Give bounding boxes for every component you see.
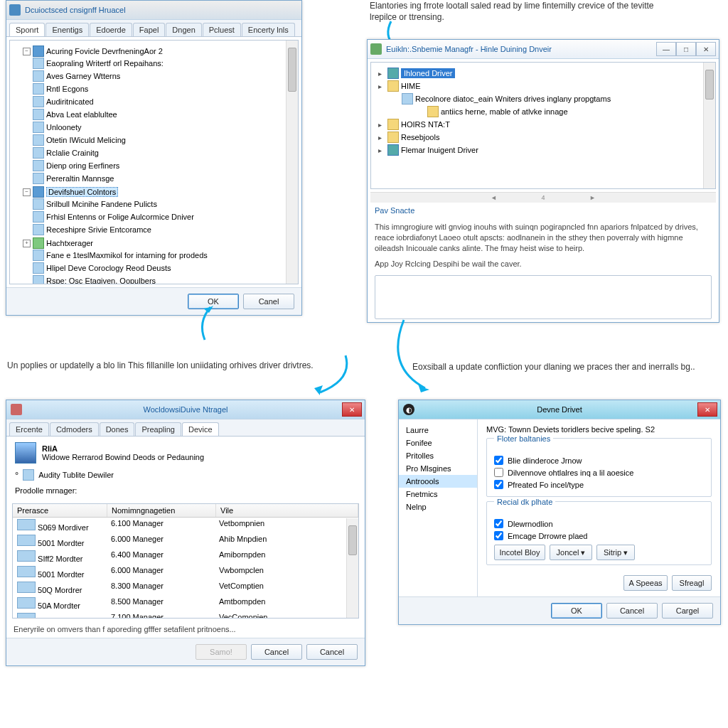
tree-item[interactable]: Otetin IWiculd Melicing bbox=[46, 136, 126, 144]
incotel-button[interactable]: Incotel Bloy bbox=[494, 545, 545, 560]
close-button[interactable]: ✕ bbox=[342, 402, 362, 417]
table-row[interactable]: 5001 Mordter6.000 ManagerVwbompclen bbox=[13, 564, 358, 580]
driver-icon bbox=[387, 144, 399, 156]
tab-ercente[interactable]: Ercente bbox=[9, 422, 49, 436]
row-icon bbox=[17, 566, 36, 577]
check-3[interactable]: Pfreated Fo incel/type bbox=[494, 480, 704, 489]
sitrip-dropdown[interactable]: Sitrip ▾ bbox=[596, 545, 635, 560]
tab-enentigs[interactable]: Enentigs bbox=[46, 23, 89, 36]
sfreagl-button[interactable]: Sfreagl bbox=[672, 575, 712, 591]
ok-button[interactable]: OK bbox=[188, 294, 239, 309]
tree-item[interactable]: Srilbull Mcinihe Fandene Pulicts bbox=[46, 200, 157, 208]
table-row[interactable]: 5010 Mordter7,100 ManagerVecComopien bbox=[13, 611, 358, 619]
tree-item[interactable]: Eaopraling Writertf orl Repaihans: bbox=[46, 59, 164, 68]
tree-item[interactable]: Audiritnicated bbox=[46, 97, 94, 106]
tree-view[interactable]: −Acuring Fovicle DevrfneningAor 2 Eaopra… bbox=[9, 40, 299, 284]
expand-toggle[interactable]: + bbox=[23, 240, 31, 247]
table-row[interactable]: 50Q Mordrer8.300 ManagerVetComptien bbox=[13, 580, 358, 596]
check-5[interactable]: Emcage Drrowre plaed bbox=[494, 531, 704, 540]
expand-arrow[interactable]: ▸ bbox=[378, 82, 385, 90]
driver-item[interactable]: Ihloned Driver bbox=[401, 68, 455, 78]
nav-antroools[interactable]: Antroools bbox=[399, 475, 477, 488]
driver-item[interactable]: Recolnore diatoc_eain Wniters drives ing… bbox=[415, 95, 611, 103]
expand-arrow[interactable]: ▸ bbox=[378, 70, 385, 77]
tree-item[interactable]: Rclalie Crainitg bbox=[46, 149, 99, 157]
titlebar[interactable]: Dcuioctsced cnsignff Hruacel bbox=[6, 1, 301, 20]
check-2[interactable]: Dilvennove ohtlalres inq a lil aoesice bbox=[494, 468, 704, 477]
close-button[interactable]: ✕ bbox=[696, 42, 716, 56]
driver-item[interactable]: antiics herne, mable of atlvke innage bbox=[441, 107, 568, 116]
tab-device[interactable]: Device bbox=[182, 422, 219, 436]
expand-arrow[interactable]: ▸ bbox=[378, 121, 385, 129]
tree-item[interactable]: Dienp oring Eerfiners bbox=[46, 161, 119, 170]
check-1[interactable]: Blie dlinderoce Jrnow bbox=[494, 456, 704, 465]
joncel-dropdown[interactable]: Joncel ▾ bbox=[550, 545, 592, 560]
expand-toggle[interactable]: − bbox=[23, 48, 31, 55]
minimize-button[interactable]: — bbox=[656, 42, 676, 56]
nav-laurre[interactable]: Laurre bbox=[399, 424, 477, 437]
table-row[interactable]: 50A Mordter8.500 ManagerAmtbompden bbox=[13, 596, 358, 611]
tab-pcluest[interactable]: Pcluest bbox=[203, 23, 241, 36]
tree-item[interactable]: Fane e 1teslMaxmikol for intarning for p… bbox=[46, 251, 208, 259]
nav-pritolles[interactable]: Pritolles bbox=[399, 449, 477, 462]
cancel-button-1[interactable]: Cancel bbox=[251, 644, 302, 660]
expand-arrow[interactable]: ▸ bbox=[378, 146, 385, 154]
titlebar[interactable]: ◐ Devne Drivet ✕ bbox=[399, 400, 720, 419]
tree-item[interactable]: Receshipre Srivie Entcoramce bbox=[46, 225, 151, 234]
tab-dngen[interactable]: Dngen bbox=[166, 23, 201, 36]
cargel-button[interactable]: Cargel bbox=[662, 603, 713, 619]
nav-fnetmics[interactable]: Fnetmics bbox=[399, 488, 477, 500]
col-2[interactable]: Nomimngnagetien bbox=[107, 504, 216, 517]
tree-item[interactable]: Aves Garney Wtterns bbox=[46, 72, 120, 80]
horizontal-scrollbar[interactable]: ◄ 4 ► bbox=[370, 192, 716, 203]
tree-item[interactable]: Frhisl Entenns or Folige Aulcormice Dniv… bbox=[46, 213, 194, 221]
tree-item[interactable]: Rspe: Osc Etagiven. Oopulbers bbox=[46, 277, 156, 284]
expand-arrow[interactable]: ▸ bbox=[378, 134, 385, 141]
driver-tree[interactable]: ▸Ihloned Driver▸HIMERecolnore diatoc_eai… bbox=[370, 62, 716, 189]
tab-encerty[interactable]: Encerty lnls bbox=[242, 23, 295, 36]
scrollbar[interactable] bbox=[286, 41, 298, 284]
maximize-button[interactable]: □ bbox=[676, 42, 696, 56]
cancel-button-2[interactable]: Cancel bbox=[306, 644, 358, 660]
driver-item[interactable]: HIME bbox=[401, 82, 421, 90]
expand-toggle[interactable]: − bbox=[23, 188, 31, 196]
nav-fonifee[interactable]: Fonifee bbox=[399, 437, 477, 449]
table-row[interactable]: S069 Mordiver6.100 ManagerVetbompnien bbox=[13, 518, 358, 533]
titlebar[interactable]: Euikln:.Snbemie Managfr - Hinle Duining … bbox=[368, 40, 719, 59]
cancel-button[interactable]: Cancel bbox=[606, 603, 658, 619]
scrollbar[interactable] bbox=[703, 63, 715, 188]
tree-item[interactable]: Abva Leat elablultee bbox=[46, 110, 117, 119]
nav-promlsgines[interactable]: Pro Mlsgines bbox=[399, 462, 477, 475]
tree-item[interactable]: Pereraltin Mannsge bbox=[46, 174, 114, 183]
titlebar[interactable]: WocldowsiDuive Ntragel ✕ bbox=[6, 400, 365, 419]
col-3[interactable]: Vile bbox=[216, 504, 358, 517]
tab-sponrt[interactable]: Sponrt bbox=[9, 23, 45, 36]
module-list[interactable]: Prerasce Nomimngnagetien Vile S069 Mordi… bbox=[12, 503, 359, 619]
cancel-button[interactable]: Canel bbox=[243, 294, 294, 309]
col-1[interactable]: Prerasce bbox=[13, 504, 107, 517]
scrollbar-thumb[interactable] bbox=[348, 525, 357, 555]
nav-nelnp[interactable]: Nelnp bbox=[399, 500, 477, 513]
tab-preapling[interactable]: Preapling bbox=[135, 422, 181, 436]
driver-item[interactable]: Resebjools bbox=[401, 133, 439, 141]
aspeeas-button[interactable]: A Speeas bbox=[623, 575, 668, 591]
scrollbar[interactable] bbox=[346, 518, 358, 618]
tree-item[interactable]: Hlipel Deve Coroclogy Reod Deusts bbox=[46, 264, 171, 272]
table-row[interactable]: 5001 Mordter6.000 ManegerAhib Mnpdien bbox=[13, 533, 358, 549]
scrollbar-thumb[interactable] bbox=[705, 70, 714, 100]
ok-button[interactable]: OK bbox=[551, 603, 602, 619]
close-button[interactable]: ✕ bbox=[697, 402, 717, 417]
selected-node[interactable]: Devifshuel Colntors bbox=[46, 187, 118, 197]
tree-item[interactable]: Rntl Ecgons bbox=[46, 85, 88, 93]
tab-cdmoders[interactable]: Cdmoders bbox=[50, 422, 99, 436]
driver-item[interactable]: HOIRS NTA:T bbox=[401, 120, 450, 129]
notes-textarea[interactable] bbox=[375, 275, 712, 319]
scrollbar-thumb[interactable] bbox=[288, 48, 296, 92]
driver-item[interactable]: Flemar Inuigent Driver bbox=[401, 146, 478, 154]
tab-dones[interactable]: Dones bbox=[100, 422, 135, 436]
table-row[interactable]: SIff2 Mordter6.400 ManagerAmibornpden bbox=[13, 549, 358, 564]
tab-fapel[interactable]: Fapel bbox=[133, 23, 166, 36]
tab-edoerde[interactable]: Edoerde bbox=[90, 23, 132, 36]
check-4[interactable]: Dlewrnodlion bbox=[494, 519, 704, 528]
tree-item[interactable]: Unloonety bbox=[46, 123, 82, 132]
